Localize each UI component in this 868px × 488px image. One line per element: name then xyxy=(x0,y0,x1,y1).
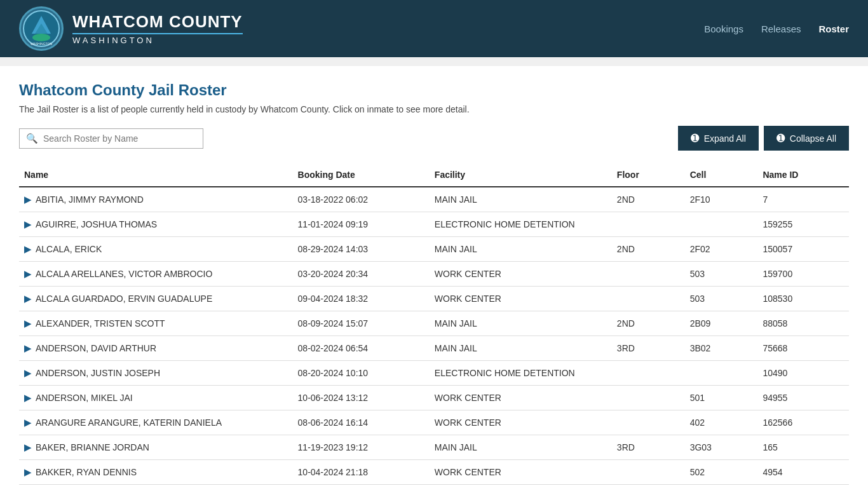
row-arrow-icon: ▶ xyxy=(24,342,32,354)
cell-cell: 2F02 xyxy=(685,237,758,262)
inmate-name: AGUIRRE, JOSHUA THOMAS xyxy=(36,219,157,229)
table-row[interactable]: ▶ALCALA, ERICK08-29-2024 14:03MAIN JAIL2… xyxy=(19,237,849,262)
table-row[interactable]: ▶ABITIA, JIMMY RAYMOND03-18-2022 06:02MA… xyxy=(19,187,849,212)
cell-name: ▶ARANGURE ARANGURE, KATERIN DANIELA xyxy=(19,410,293,435)
cell-name-id: 75668 xyxy=(757,336,849,361)
cell-facility: MAIN JAIL xyxy=(430,485,612,489)
cell-floor: 2ND xyxy=(612,311,685,336)
cell-booking-date: 10-06-2024 13:12 xyxy=(293,386,430,410)
cell-floor xyxy=(612,410,685,435)
main-content: Whatcom County Jail Roster The Jail Rost… xyxy=(0,66,868,488)
cell-facility: MAIN JAIL xyxy=(430,237,612,262)
page-title: Whatcom County Jail Roster xyxy=(19,81,849,99)
table-row[interactable]: ▶BAKKER, RYAN DENNIS10-04-2024 21:18WORK… xyxy=(19,460,849,485)
cell-name-id: 88058 xyxy=(757,311,849,336)
cell-booking-date: 08-29-2024 14:03 xyxy=(293,237,430,262)
cell-name-id: 274 xyxy=(757,485,849,489)
cell-cell: 3G03 xyxy=(685,435,758,460)
county-logo: WASHINGTON xyxy=(19,6,64,51)
table-row[interactable]: ▶ALCALA GUARDADO, ERVIN GUADALUPE09-04-2… xyxy=(19,287,849,311)
inmate-name: ARANGURE ARANGURE, KATERIN DANIELA xyxy=(36,417,222,428)
col-header-booking: Booking Date xyxy=(293,163,430,187)
cell-facility: WORK CENTER xyxy=(430,386,612,410)
inmate-name: BAKER, BRIANNE JORDAN xyxy=(36,442,149,452)
table-body: ▶ABITIA, JIMMY RAYMOND03-18-2022 06:02MA… xyxy=(19,187,849,488)
table-row[interactable]: ▶ARANGURE ARANGURE, KATERIN DANIELA08-06… xyxy=(19,410,849,435)
nav-bookings[interactable]: Bookings xyxy=(704,24,743,34)
cell-cell xyxy=(685,361,758,386)
row-arrow-icon: ▶ xyxy=(24,243,32,255)
inmate-name: ALCALA, ERICK xyxy=(36,244,102,254)
main-nav: Bookings Releases Roster xyxy=(704,24,849,34)
cell-booking-date: 11-19-2023 19:12 xyxy=(293,435,430,460)
cell-name: ▶ALCALA GUARDADO, ERVIN GUADALUPE xyxy=(19,287,293,311)
cell-name: ▶ALEXANDER, TRISTEN SCOTT xyxy=(19,311,293,336)
county-name: WHATCOM COUNTY xyxy=(72,12,243,32)
cell-cell xyxy=(685,212,758,237)
cell-facility: ELECTRONIC HOME DETENTION xyxy=(430,361,612,386)
table-row[interactable]: ▶ALCALA ARELLANES, VICTOR AMBROCIO03-20-… xyxy=(19,262,849,287)
cell-cell: 503 xyxy=(685,262,758,287)
table-row[interactable]: ▶ANDERSON, DAVID ARTHUR08-02-2024 06:54M… xyxy=(19,336,849,361)
cell-name-id: 7 xyxy=(757,187,849,212)
cell-name: ▶BALLWEBER, DARRYL ERIC xyxy=(19,485,293,489)
row-arrow-icon: ▶ xyxy=(24,466,32,478)
table-row[interactable]: ▶ANDERSON, JUSTIN JOSEPH08-20-2024 10:10… xyxy=(19,361,849,386)
table-row[interactable]: ▶AGUIRRE, JOSHUA THOMAS11-01-2024 09:19E… xyxy=(19,212,849,237)
cell-floor: 2ND xyxy=(612,237,685,262)
cell-booking-date: 11-01-2024 09:19 xyxy=(293,212,430,237)
nav-roster[interactable]: Roster xyxy=(818,24,849,34)
row-arrow-icon: ▶ xyxy=(24,268,32,280)
cell-cell: 2E06 xyxy=(685,485,758,489)
page-description: The Jail Roster is a list of people curr… xyxy=(19,104,849,114)
cell-name: ▶ALCALA, ERICK xyxy=(19,237,293,262)
expand-all-button[interactable]: ➊ Expand All xyxy=(678,126,759,151)
table-row[interactable]: ▶BALLWEBER, DARRYL ERIC09-18-2024 02:40M… xyxy=(19,485,849,489)
cell-floor xyxy=(612,287,685,311)
nav-releases[interactable]: Releases xyxy=(761,24,801,34)
cell-floor xyxy=(612,262,685,287)
cell-booking-date: 09-04-2024 18:32 xyxy=(293,287,430,311)
cell-floor: 3RD xyxy=(612,435,685,460)
search-input[interactable] xyxy=(43,133,196,144)
cell-name-id: 159255 xyxy=(757,212,849,237)
cell-facility: MAIN JAIL xyxy=(430,187,612,212)
cell-facility: MAIN JAIL xyxy=(430,336,612,361)
col-header-name: Name xyxy=(19,163,293,187)
cell-name-id: 4954 xyxy=(757,460,849,485)
svg-point-3 xyxy=(32,34,50,41)
cell-booking-date: 03-18-2022 06:02 xyxy=(293,187,430,212)
cell-name: ▶ANDERSON, MIKEL JAI xyxy=(19,386,293,410)
row-arrow-icon: ▶ xyxy=(24,194,32,205)
inmate-name: ANDERSON, MIKEL JAI xyxy=(36,393,133,403)
cell-floor: 2ND xyxy=(612,485,685,489)
row-arrow-icon: ▶ xyxy=(24,417,32,428)
cell-name: ▶ABITIA, JIMMY RAYMOND xyxy=(19,187,293,212)
table-row[interactable]: ▶ANDERSON, MIKEL JAI10-06-2024 13:12WORK… xyxy=(19,386,849,410)
cell-booking-date: 09-18-2024 02:40 xyxy=(293,485,430,489)
cell-floor xyxy=(612,460,685,485)
cell-name: ▶ANDERSON, DAVID ARTHUR xyxy=(19,336,293,361)
table-row[interactable]: ▶ALEXANDER, TRISTEN SCOTT08-09-2024 15:0… xyxy=(19,311,849,336)
col-header-facility: Facility xyxy=(430,163,612,187)
cell-floor xyxy=(612,361,685,386)
cell-booking-date: 08-20-2024 10:10 xyxy=(293,361,430,386)
cell-floor: 3RD xyxy=(612,336,685,361)
table-row[interactable]: ▶BAKER, BRIANNE JORDAN11-19-2023 19:12MA… xyxy=(19,435,849,460)
expand-all-label: Expand All xyxy=(704,133,746,144)
action-buttons: ➊ Expand All ➊ Collapse All xyxy=(678,126,849,151)
cell-cell: 402 xyxy=(685,410,758,435)
cell-name-id: 94955 xyxy=(757,386,849,410)
cell-name: ▶AGUIRRE, JOSHUA THOMAS xyxy=(19,212,293,237)
cell-floor xyxy=(612,386,685,410)
cell-cell: 502 xyxy=(685,460,758,485)
collapse-all-button[interactable]: ➊ Collapse All xyxy=(764,126,849,151)
col-header-nameid: Name ID xyxy=(757,163,849,187)
cell-facility: WORK CENTER xyxy=(430,410,612,435)
cell-facility: MAIN JAIL xyxy=(430,311,612,336)
table-header: Name Booking Date Facility Floor Cell Na… xyxy=(19,163,849,187)
search-icon: 🔍 xyxy=(26,133,38,144)
table-header-row: Name Booking Date Facility Floor Cell Na… xyxy=(19,163,849,187)
inmate-name: ABITIA, JIMMY RAYMOND xyxy=(36,194,144,205)
cell-facility: WORK CENTER xyxy=(430,460,612,485)
